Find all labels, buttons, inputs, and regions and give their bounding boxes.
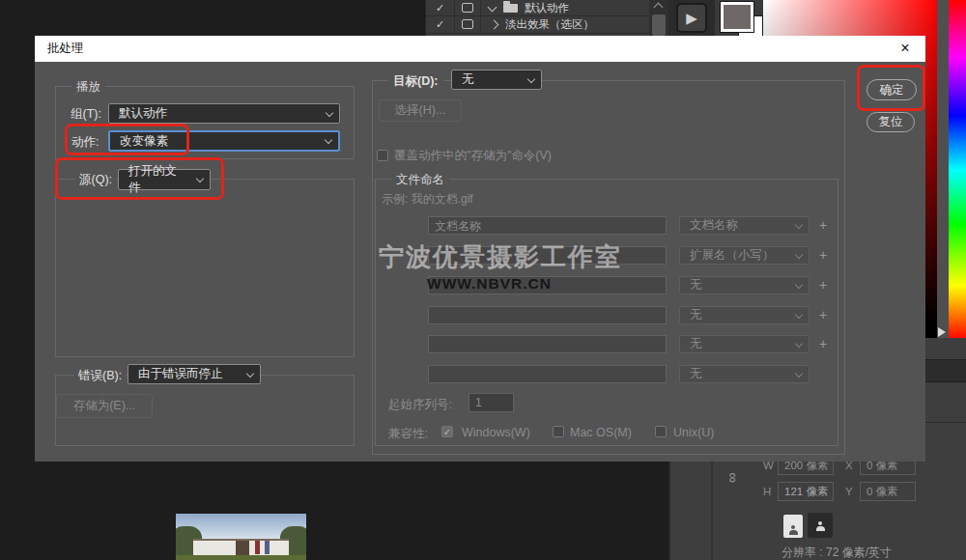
destination-dropdown-value: 无 — [462, 71, 474, 88]
chevron-down-icon — [246, 369, 254, 377]
action-item-label[interactable]: 淡出效果（选区） — [505, 17, 594, 32]
chevron-down-icon — [795, 369, 803, 377]
add-naming-token-icon[interactable]: + — [819, 217, 827, 233]
set-dropdown[interactable]: 默认动作 — [108, 103, 340, 124]
watermark-url: WWW.NBVR.CN — [427, 275, 552, 293]
naming-select-5[interactable]: 无 — [679, 335, 810, 353]
naming-select-3[interactable]: 无 — [679, 276, 810, 294]
chevron-right-icon[interactable] — [490, 19, 499, 29]
foreground-color-swatch[interactable] — [721, 2, 753, 32]
compat-macos-label: Mac OS(M) — [570, 426, 632, 439]
link-dimensions-icon[interactable]: ∞ — [725, 472, 742, 483]
action-row-fade-effect[interactable]: ✓ 淡出效果（选区） — [426, 16, 650, 32]
naming-select-1-value: 文档名称 — [690, 217, 738, 234]
document-thumbnail[interactable] — [176, 514, 306, 560]
actions-scrollbar[interactable] — [649, 0, 668, 36]
resolution-readout: 分辨率 : 72 像素/英寸 — [781, 545, 892, 560]
scrollbar-thumb[interactable] — [652, 14, 666, 36]
error-label: 错误(B): — [74, 368, 126, 384]
annotation-box-ok — [857, 65, 925, 111]
chevron-down-icon[interactable] — [488, 2, 497, 12]
naming-input-6[interactable] — [428, 365, 667, 383]
destination-dropdown[interactable]: 无 — [451, 70, 542, 90]
action-enabled-check-icon[interactable]: ✓ — [426, 16, 455, 32]
destination-label: 目标(D): — [388, 73, 443, 90]
color-swatches — [715, 0, 763, 36]
naming-input-1[interactable] — [428, 216, 667, 235]
watermark-studio-name: 宁波优景摄影工作室 — [379, 240, 622, 274]
close-icon[interactable]: × — [895, 38, 916, 59]
chevron-down-icon — [795, 250, 803, 258]
override-save-as-checkbox[interactable] — [377, 150, 388, 161]
hue-slider-marker[interactable] — [938, 327, 946, 337]
file-naming-legend: 文件命名 — [391, 172, 449, 188]
naming-input-4[interactable] — [428, 306, 667, 324]
naming-select-4-value: 无 — [690, 307, 702, 323]
hue-slider[interactable] — [949, 0, 966, 340]
override-save-as-label: 覆盖动作中的"存储为"命令(V) — [394, 148, 552, 164]
compat-windows-checkbox[interactable]: ✓ — [441, 426, 453, 437]
dialog-title: 批处理 — [47, 41, 84, 57]
naming-select-2[interactable]: 扩展名（小写） — [679, 246, 810, 265]
add-naming-token-icon[interactable]: + — [819, 307, 827, 322]
error-dropdown[interactable]: 由于错误而停止 — [128, 364, 261, 384]
chevron-down-icon — [795, 280, 803, 288]
reset-button[interactable]: 复位 — [867, 112, 915, 132]
landscape-icon — [816, 526, 825, 531]
chevron-down-icon — [795, 339, 803, 347]
add-naming-token-icon[interactable]: + — [819, 247, 827, 263]
naming-select-4[interactable]: 无 — [679, 306, 810, 324]
actions-button-bar: ▶ — [668, 0, 715, 36]
naming-select-6[interactable]: 无 — [679, 365, 810, 383]
photo-banner — [265, 541, 270, 554]
error-dropdown-value: 由于错误而停止 — [138, 366, 223, 382]
panel-sub-divider — [711, 462, 713, 560]
choose-button[interactable]: 选择(H)... — [379, 99, 462, 122]
dialog-toggle-icon[interactable] — [455, 0, 481, 15]
chevron-down-icon — [527, 74, 535, 82]
y-label: Y — [845, 486, 853, 497]
actions-panel: ✓ 默认动作 ✓ 淡出效果（选区） — [425, 0, 649, 36]
compat-macos-checkbox[interactable] — [553, 426, 564, 437]
y-field[interactable]: 0 像素 — [860, 482, 916, 501]
chevron-down-icon — [795, 220, 803, 228]
check-icon: ✓ — [443, 427, 451, 437]
row-divider — [426, 33, 650, 34]
orientation-landscape-button[interactable] — [808, 513, 833, 538]
action-row-default-actions[interactable]: ✓ 默认动作 — [426, 0, 650, 15]
save-as-button[interactable]: 存储为(E)... — [56, 394, 153, 418]
dialog-titlebar[interactable]: 批处理 × — [35, 36, 925, 62]
orientation-portrait-button[interactable] — [783, 515, 803, 538]
compat-unix-label: Unix(U) — [673, 426, 714, 439]
panel-gap — [937, 0, 949, 340]
set-dropdown-value: 默认动作 — [119, 105, 167, 122]
photo-banner — [255, 541, 260, 554]
action-enabled-check-icon[interactable]: ✓ — [426, 0, 455, 15]
height-field[interactable]: 121 像素 — [778, 482, 834, 501]
photo-grass — [176, 555, 306, 560]
chevron-down-icon — [325, 136, 332, 144]
height-label: H — [763, 486, 771, 497]
annotation-box-action — [65, 124, 189, 155]
add-naming-token-icon[interactable]: + — [819, 277, 827, 293]
compat-unix-checkbox[interactable] — [655, 426, 667, 437]
scroll-up-icon[interactable] — [654, 3, 664, 13]
naming-input-5[interactable] — [428, 335, 667, 353]
naming-select-6-value: 无 — [690, 366, 702, 382]
action-set-label[interactable]: 默认动作 — [525, 1, 569, 15]
photoshop-workspace: ✓ 默认动作 ✓ 淡出效果（选区） ▶ ∞ W 2 — [0, 0, 966, 560]
dialog-toggle-icon[interactable] — [455, 16, 481, 32]
naming-select-5-value: 无 — [690, 336, 702, 352]
folder-icon — [503, 4, 518, 13]
serial-input[interactable] — [469, 393, 514, 412]
naming-select-1[interactable]: 文档名称 — [679, 216, 810, 235]
play-action-button[interactable]: ▶ — [676, 3, 707, 33]
naming-select-2-value: 扩展名（小写） — [690, 247, 775, 264]
play-icon: ▶ — [686, 10, 697, 27]
play-group-legend: 播放 — [71, 79, 105, 96]
chevron-down-icon — [326, 108, 333, 116]
serial-label: 起始序列号: — [388, 397, 452, 413]
set-label: 组(T): — [71, 106, 101, 123]
naming-select-3-value: 无 — [690, 277, 702, 294]
add-naming-token-icon[interactable]: + — [819, 336, 827, 351]
